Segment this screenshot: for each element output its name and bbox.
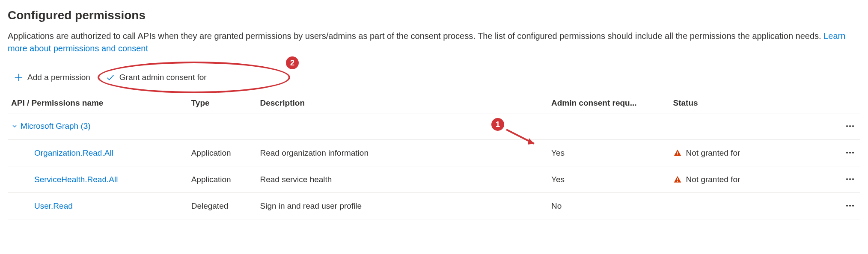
more-actions-button[interactable] xyxy=(843,119,857,133)
grant-admin-consent-button[interactable]: Grant admin consent for xyxy=(103,71,209,84)
svg-rect-5 xyxy=(677,151,678,154)
col-header-name[interactable]: API / Permissions name xyxy=(8,93,188,113)
add-permission-button[interactable]: Add a permission xyxy=(11,71,93,84)
plus-icon xyxy=(14,73,23,82)
col-header-description[interactable]: Description xyxy=(257,93,548,113)
permission-description: Read service health xyxy=(257,166,548,193)
check-icon xyxy=(106,73,115,82)
svg-rect-10 xyxy=(677,178,678,180)
svg-point-12 xyxy=(846,178,848,180)
permission-type: Delegated xyxy=(188,193,257,219)
permission-consent: Yes xyxy=(548,140,670,166)
more-icon xyxy=(845,121,855,131)
table-row: User.Read Delegated Sign in and read use… xyxy=(8,193,860,219)
permission-link[interactable]: User.Read xyxy=(11,201,73,211)
permission-description: Sign in and read user profile xyxy=(257,193,548,219)
svg-point-9 xyxy=(852,152,854,154)
svg-point-7 xyxy=(846,152,848,154)
group-toggle[interactable]: Microsoft Graph (3) xyxy=(11,121,91,131)
permission-type: Application xyxy=(188,166,257,193)
group-label: Microsoft Graph (3) xyxy=(21,121,91,131)
permission-type: Application xyxy=(188,140,257,166)
permission-consent: No xyxy=(548,193,670,219)
status-cell: Not granted for xyxy=(673,148,825,158)
svg-rect-11 xyxy=(677,181,678,182)
table-row: Organization.Read.All Application Read o… xyxy=(8,140,860,166)
col-header-type[interactable]: Type xyxy=(188,93,257,113)
warning-icon xyxy=(673,175,682,184)
svg-point-14 xyxy=(852,178,854,180)
permission-link[interactable]: Organization.Read.All xyxy=(11,148,113,158)
annotation-badge-2: 2 xyxy=(286,56,299,69)
permissions-table: API / Permissions name Type Description … xyxy=(8,93,860,219)
add-permission-label: Add a permission xyxy=(27,73,90,82)
svg-point-3 xyxy=(849,125,851,127)
more-actions-button[interactable] xyxy=(843,146,857,159)
intro-body: Applications are authorized to call APIs… xyxy=(8,31,823,41)
permission-description: Read organization information xyxy=(257,140,548,166)
svg-point-17 xyxy=(852,205,854,207)
status-cell: Not granted for xyxy=(673,175,825,184)
table-row: ServiceHealth.Read.All Application Read … xyxy=(8,166,860,193)
page-title: Configured permissions xyxy=(8,9,860,22)
more-icon xyxy=(845,174,855,184)
permission-consent: Yes xyxy=(548,166,670,193)
svg-point-4 xyxy=(852,125,854,127)
more-icon xyxy=(845,201,855,211)
svg-point-8 xyxy=(849,152,851,154)
svg-point-13 xyxy=(849,178,851,180)
chevron-down-icon xyxy=(11,123,18,130)
more-actions-button[interactable] xyxy=(843,199,857,213)
svg-rect-6 xyxy=(677,154,678,155)
status-text: Not granted for xyxy=(686,175,740,184)
svg-point-16 xyxy=(849,205,851,207)
col-header-consent[interactable]: Admin consent requ... xyxy=(548,93,670,113)
warning-icon xyxy=(673,149,682,157)
more-actions-button[interactable] xyxy=(843,172,857,186)
permission-link[interactable]: ServiceHealth.Read.All xyxy=(11,175,118,184)
intro-text: Applications are authorized to call APIs… xyxy=(8,30,860,55)
col-header-status[interactable]: Status xyxy=(670,93,829,113)
api-group-row[interactable]: Microsoft Graph (3) xyxy=(8,113,860,140)
svg-point-15 xyxy=(846,205,848,207)
toolbar: Add a permission Grant admin consent for… xyxy=(8,68,860,93)
more-icon xyxy=(845,148,855,158)
grant-admin-consent-label: Grant admin consent for xyxy=(119,73,207,82)
svg-point-2 xyxy=(846,125,848,127)
status-text: Not granted for xyxy=(686,148,740,158)
